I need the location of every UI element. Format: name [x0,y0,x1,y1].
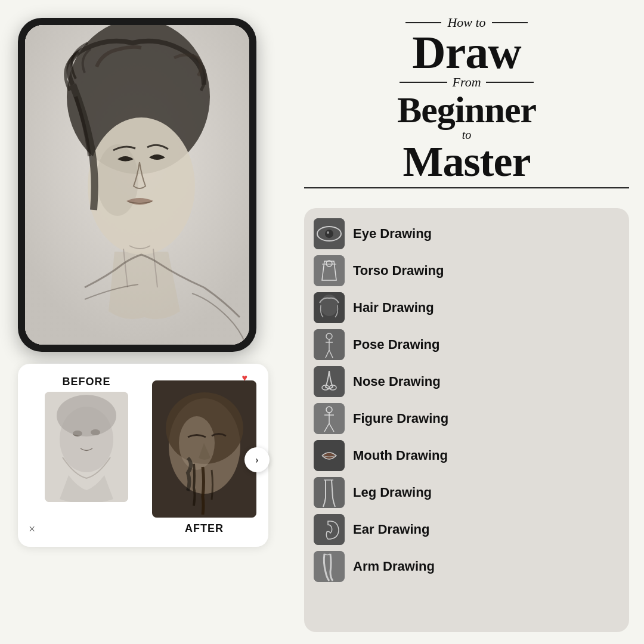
right-panel: How to Draw From Beginner to Master Eye … [292,0,644,644]
list-item[interactable]: Hair Drawing [314,289,620,326]
eye-drawing-label: Eye Drawing [353,226,432,242]
hair-thumbnail [314,292,345,323]
list-item[interactable]: Figure Drawing [314,400,620,437]
pose-thumbnail [314,329,345,360]
leg-drawing-label: Leg Drawing [353,485,432,500]
svg-point-4 [97,144,138,216]
ear-drawing-label: Ear Drawing [353,522,429,537]
list-item[interactable]: Arm Drawing [314,548,620,585]
before-label: BEFORE [62,376,110,388]
arm-drawing-label: Arm Drawing [353,559,435,574]
title-section: How to Draw From Beginner to Master [304,15,629,197]
list-item[interactable]: Nose Drawing [314,363,620,400]
mouth-thumbnail [314,440,345,471]
svg-rect-31 [314,514,345,545]
beginner-text: Beginner [397,89,536,130]
leg-thumbnail [314,477,345,508]
master-text: Master [403,138,531,185]
svg-point-9 [57,395,116,436]
pose-drawing-label: Pose Drawing [353,337,439,352]
mouth-drawing-label: Mouth Drawing [353,448,448,463]
svg-point-16 [325,230,333,238]
svg-rect-30 [314,477,345,508]
drawing-list: Eye Drawing Torso Drawing Hair Drawing P… [304,208,629,632]
arm-thumbnail [314,551,345,582]
list-item[interactable]: Eye Drawing [314,215,620,252]
phone-screen [25,25,249,345]
list-item[interactable]: Pose Drawing [314,326,620,363]
close-icon[interactable]: × [29,522,35,536]
nose-thumbnail [314,366,345,397]
from-line: From [304,75,629,90]
after-image [152,380,256,518]
eye-thumbnail [314,218,345,249]
svg-rect-18 [314,255,345,286]
bottom-divider [304,187,629,188]
nose-drawing-label: Nose Drawing [353,374,441,389]
list-item[interactable]: Mouth Drawing [314,437,620,474]
sketch-portrait [25,25,249,345]
phone-frame [18,18,256,352]
left-panel: BEFORE ♥ ♥ [0,0,292,644]
svg-point-13 [179,416,215,470]
svg-rect-24 [314,366,345,397]
list-item[interactable]: Ear Drawing [314,511,620,548]
svg-point-17 [327,231,329,234]
draw-text: Draw [412,26,521,78]
torso-drawing-label: Torso Drawing [353,263,444,278]
before-section: BEFORE [30,376,143,502]
list-item[interactable]: Leg Drawing [314,474,620,511]
torso-thumbnail [314,255,345,286]
before-after-card: BEFORE ♥ ♥ [18,364,268,547]
before-image [45,392,128,502]
hair-drawing-label: Hair Drawing [353,300,434,315]
ear-thumbnail [314,514,345,545]
from-text: From [452,75,481,90]
figure-drawing-label: Figure Drawing [353,411,448,426]
after-label: AFTER [185,522,224,535]
svg-rect-32 [314,551,345,582]
chevron-button[interactable]: › [244,447,270,472]
list-item[interactable]: Torso Drawing [314,252,620,289]
figure-thumbnail [314,403,345,434]
before-after-content: BEFORE ♥ ♥ [30,376,256,535]
